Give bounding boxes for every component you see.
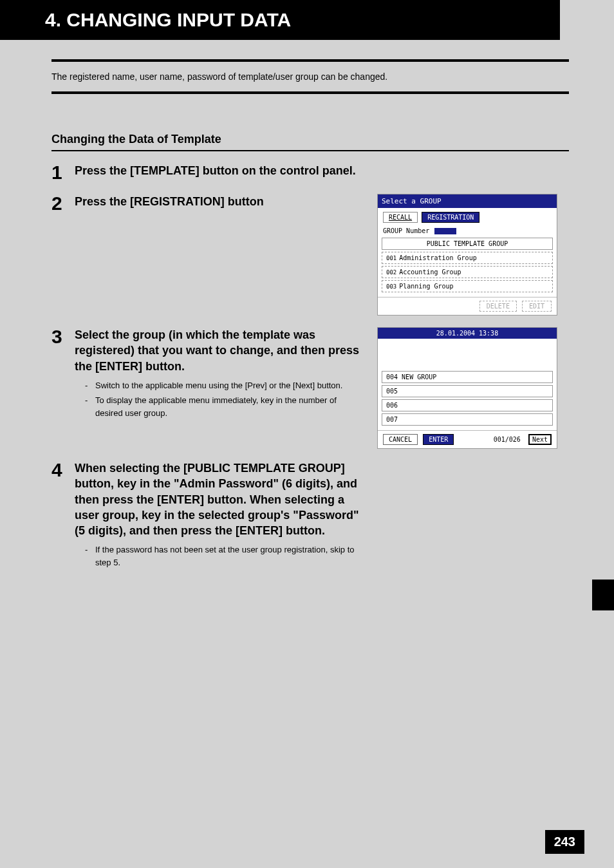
step-4-bullet-1: If the password has not been set at the …: [75, 543, 364, 569]
group-row-007[interactable]: 007: [382, 413, 553, 426]
chapter-header: 4. CHANGING INPUT DATA: [0, 0, 560, 40]
step-3-bullet-1: Switch to the applicable menu using the …: [75, 379, 364, 392]
chapter-title: 4. CHANGING INPUT DATA: [45, 9, 515, 31]
step-2-number: 2: [51, 194, 75, 316]
edit-button[interactable]: EDIT: [522, 301, 552, 312]
figure-1-title: Select a GROUP: [378, 194, 557, 208]
enter-button[interactable]: ENTER: [423, 434, 454, 445]
pager-text: 001/026: [494, 436, 521, 443]
group-row-004-num: 004: [386, 373, 398, 381]
figure-group-page: 28.01.2004 13:38 004 NEW GROUP 005 006 0…: [377, 327, 557, 449]
recall-tab[interactable]: RECALL: [383, 212, 418, 223]
group-row-002-label: Accounting Group: [399, 269, 461, 276]
registration-tab[interactable]: REGISTRATION: [422, 212, 479, 223]
figure-group-select: Select a GROUP RECALL REGISTRATION GROUP…: [377, 194, 557, 316]
page-content: The registered name, user name, password…: [0, 40, 614, 602]
step-4-title: When selecting the [PUBLIC TEMPLATE GROU…: [75, 460, 364, 538]
group-row-003-label: Planning Group: [399, 283, 453, 290]
page-number: 243: [545, 830, 584, 854]
group-row-003-num: 003: [386, 283, 396, 290]
step-2-title: Press the [REGISTRATION] button: [75, 194, 364, 209]
next-button[interactable]: Next: [528, 434, 552, 445]
step-1-number: 1: [51, 163, 75, 182]
step-3-bullet-2: To display the applicable menu immediate…: [75, 394, 364, 419]
group-row-001-label: Administration Group: [399, 254, 476, 261]
group-row-005[interactable]: 005: [382, 385, 553, 397]
step-1: 1 Press the [TEMPLATE] button on the con…: [51, 163, 569, 182]
group-row-001[interactable]: 001Administration Group: [382, 252, 553, 264]
step-2: 2 Press the [REGISTRATION] button Select…: [51, 194, 569, 316]
group-row-001-num: 001: [386, 255, 396, 261]
group-row-003[interactable]: 003Planning Group: [382, 280, 553, 292]
step-4: 4 When selecting the [PUBLIC TEMPLATE GR…: [51, 460, 569, 571]
step-1-title: Press the [TEMPLATE] button on the contr…: [75, 163, 364, 178]
group-row-004[interactable]: 004 NEW GROUP: [382, 371, 553, 383]
step-3-number: 3: [51, 327, 75, 449]
intro-rule: [51, 91, 569, 94]
step-4-number: 4: [51, 460, 75, 571]
section-title: Changing the Data of Template: [51, 133, 569, 151]
top-rule: [51, 59, 569, 62]
group-row-004-label: NEW GROUP: [402, 373, 436, 381]
group-number-label: GROUP Number: [383, 227, 429, 234]
group-number-field[interactable]: [434, 228, 456, 234]
group-row-006[interactable]: 006: [382, 399, 553, 411]
step-3: 3 Select the group (in which the templat…: [51, 327, 569, 449]
group-row-002[interactable]: 002Accounting Group: [382, 266, 553, 278]
delete-button[interactable]: DELETE: [479, 301, 517, 312]
figure-2-datetime: 28.01.2004 13:38: [378, 328, 557, 339]
step-3-title: Select the group (in which the template …: [75, 327, 364, 374]
cancel-button[interactable]: CANCEL: [383, 434, 418, 445]
chapter-side-tab: [592, 580, 614, 610]
public-template-group-button[interactable]: PUBLIC TEMPLATE GROUP: [382, 238, 553, 250]
intro-text: The registered name, user name, password…: [51, 71, 569, 82]
group-row-002-num: 002: [386, 269, 396, 276]
